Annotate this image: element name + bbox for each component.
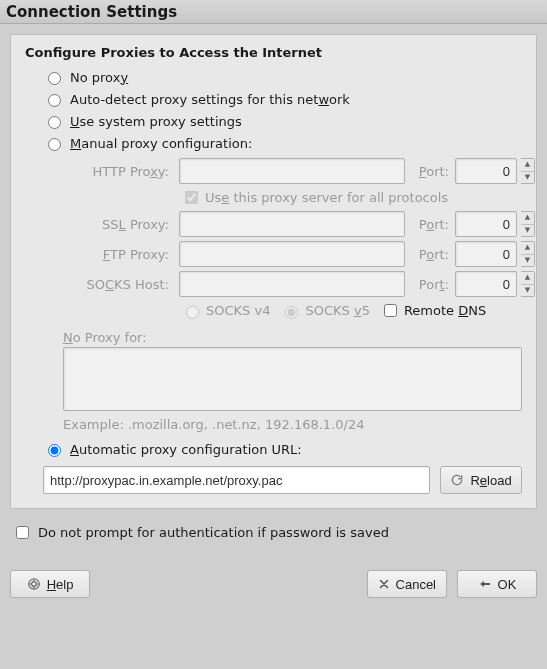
chevron-up-icon[interactable]: ▲ xyxy=(521,242,534,255)
checkbox-remote-dns-label: Remote DNS xyxy=(404,303,486,318)
ftp-proxy-label: FTP Proxy: xyxy=(63,247,175,262)
chevron-up-icon[interactable]: ▲ xyxy=(521,212,534,225)
cancel-icon xyxy=(378,578,390,590)
svg-point-1 xyxy=(31,582,36,587)
http-port-spinner[interactable]: ▲▼ xyxy=(521,158,535,184)
ssl-proxy-input[interactable] xyxy=(179,211,405,237)
reload-button-label: Reload xyxy=(470,473,511,488)
radio-system-proxy[interactable]: Use system proxy settings xyxy=(25,110,522,132)
socks-port-input[interactable] xyxy=(455,271,517,297)
pac-url-input[interactable] xyxy=(43,466,430,494)
ssl-proxy-label: SSL Proxy: xyxy=(63,217,175,232)
window-body: Configure Proxies to Access the Internet… xyxy=(0,24,547,608)
ftp-proxy-input[interactable] xyxy=(179,241,405,267)
checkbox-do-not-prompt[interactable]: Do not prompt for authentication if pass… xyxy=(12,523,537,542)
radio-manual-proxy-label: Manual proxy configuration: xyxy=(70,136,252,151)
http-port-label: Port: xyxy=(409,164,451,179)
http-proxy-label: HTTP Proxy: xyxy=(63,164,175,179)
chevron-up-icon[interactable]: ▲ xyxy=(521,159,534,172)
radio-socks-v4-input[interactable] xyxy=(186,306,199,319)
radio-system-proxy-input[interactable] xyxy=(48,116,61,129)
radio-socks-v5-label: SOCKS v5 xyxy=(305,303,369,318)
cancel-button[interactable]: Cancel xyxy=(367,570,447,598)
ftp-port-input[interactable] xyxy=(455,241,517,267)
http-proxy-input[interactable] xyxy=(179,158,405,184)
manual-config-block: HTTP Proxy: Port: ▲▼ Use this proxy serv… xyxy=(25,158,522,432)
checkbox-remote-dns-input[interactable] xyxy=(384,304,397,317)
radio-auto-detect-input[interactable] xyxy=(48,94,61,107)
socks-port-spinner[interactable]: ▲▼ xyxy=(521,271,535,297)
help-button-label: Help xyxy=(47,577,74,592)
socks-proxy-row: SOCKS Host: Port: ▲▼ xyxy=(63,271,522,297)
chevron-up-icon[interactable]: ▲ xyxy=(521,272,534,285)
radio-socks-v5[interactable]: SOCKS v5 xyxy=(280,303,369,319)
reload-button[interactable]: Reload xyxy=(440,466,522,494)
ftp-port-label: Port: xyxy=(409,247,451,262)
window-title: Connection Settings xyxy=(6,3,177,21)
ssl-port-label: Port: xyxy=(409,217,451,232)
socks-proxy-label: SOCKS Host: xyxy=(63,277,175,292)
ssl-port-input[interactable] xyxy=(455,211,517,237)
window-titlebar: Connection Settings xyxy=(0,0,547,24)
radio-pac-label: Automatic proxy configuration URL: xyxy=(70,442,302,457)
radio-socks-v5-input[interactable] xyxy=(285,306,298,319)
checkbox-remote-dns[interactable]: Remote DNS xyxy=(380,301,486,320)
no-proxy-for-input[interactable] xyxy=(63,347,522,411)
no-proxy-example: Example: .mozilla.org, .net.nz, 192.168.… xyxy=(63,417,522,432)
http-port-input[interactable] xyxy=(455,158,517,184)
checkbox-do-not-prompt-label: Do not prompt for authentication if pass… xyxy=(38,525,389,540)
no-proxy-for-label: No Proxy for: xyxy=(63,330,522,345)
http-proxy-row: HTTP Proxy: Port: ▲▼ xyxy=(63,158,522,184)
checkbox-do-not-prompt-input[interactable] xyxy=(16,526,29,539)
chevron-down-icon[interactable]: ▼ xyxy=(521,225,534,237)
ok-button-label: OK xyxy=(498,577,517,592)
ok-button[interactable]: OK xyxy=(457,570,537,598)
ftp-port-spinner[interactable]: ▲▼ xyxy=(521,241,535,267)
use-for-all-checkbox[interactable] xyxy=(185,191,198,204)
chevron-down-icon[interactable]: ▼ xyxy=(521,255,534,267)
radio-manual-proxy[interactable]: Manual proxy configuration: xyxy=(25,132,522,154)
socks-version-row: SOCKS v4 SOCKS v5 Remote DNS xyxy=(63,301,522,320)
use-for-all-label: Use this proxy server for all protocols xyxy=(205,190,448,205)
ssl-port-spinner[interactable]: ▲▼ xyxy=(521,211,535,237)
radio-manual-proxy-input[interactable] xyxy=(48,138,61,151)
chevron-down-icon[interactable]: ▼ xyxy=(521,172,534,184)
settings-panel: Configure Proxies to Access the Internet… xyxy=(10,34,537,509)
socks-proxy-input[interactable] xyxy=(179,271,405,297)
use-for-all-row: Use this proxy server for all protocols xyxy=(63,188,522,207)
ftp-proxy-row: FTP Proxy: Port: ▲▼ xyxy=(63,241,522,267)
pac-row: Reload xyxy=(43,466,522,494)
help-icon xyxy=(27,577,41,591)
button-bar: Help Cancel OK xyxy=(10,570,537,598)
radio-no-proxy-input[interactable] xyxy=(48,72,61,85)
radio-auto-detect-label: Auto-detect proxy settings for this netw… xyxy=(70,92,350,107)
radio-pac-input[interactable] xyxy=(48,444,61,457)
radio-auto-detect[interactable]: Auto-detect proxy settings for this netw… xyxy=(25,88,522,110)
chevron-down-icon[interactable]: ▼ xyxy=(521,285,534,297)
cancel-button-label: Cancel xyxy=(396,577,436,592)
radio-socks-v4[interactable]: SOCKS v4 xyxy=(181,303,270,319)
radio-pac[interactable]: Automatic proxy configuration URL: xyxy=(25,438,522,460)
ssl-proxy-row: SSL Proxy: Port: ▲▼ xyxy=(63,211,522,237)
ok-icon xyxy=(478,578,492,590)
reload-icon xyxy=(450,473,464,487)
radio-no-proxy[interactable]: No proxy xyxy=(25,66,522,88)
group-title: Configure Proxies to Access the Internet xyxy=(25,45,522,60)
radio-no-proxy-label: No proxy xyxy=(70,70,128,85)
socks-port-label: Port: xyxy=(409,277,451,292)
radio-system-proxy-label: Use system proxy settings xyxy=(70,114,242,129)
help-button[interactable]: Help xyxy=(10,570,90,598)
